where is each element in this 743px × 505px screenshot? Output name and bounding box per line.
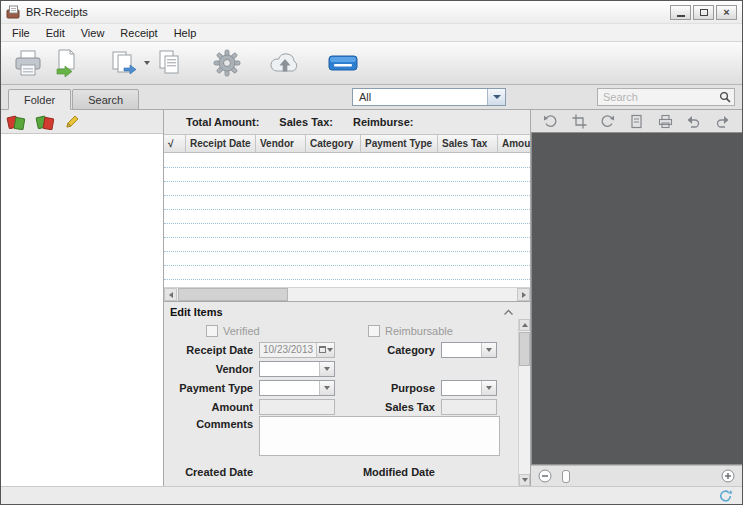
sales-tax-field-label: Sales Tax [335, 401, 438, 413]
vendor-dropdown[interactable] [259, 361, 335, 377]
category-dropdown[interactable] [441, 342, 497, 358]
copy-receipt-button[interactable] [150, 45, 188, 81]
fit-page-button[interactable] [629, 114, 644, 129]
column-header-category[interactable]: Category [306, 135, 361, 152]
column-header-vendor[interactable]: Vendor [256, 135, 306, 152]
comments-label: Comments [164, 416, 256, 430]
titlebar: BR-Receipts × [1, 1, 742, 24]
minimize-button[interactable] [670, 5, 691, 20]
table-row [164, 182, 530, 196]
sync-button[interactable] [718, 489, 733, 503]
cloud-upload-button[interactable] [266, 45, 304, 81]
payment-type-dropdown-button[interactable] [319, 381, 334, 395]
folder-tree[interactable] [1, 133, 163, 486]
form-row: Receipt Date 10/23/2013 Category [164, 340, 530, 359]
menu-receipt[interactable]: Receipt [112, 26, 165, 40]
settings-button[interactable] [208, 45, 246, 81]
folder-red-icon [6, 114, 26, 130]
rotate-right-button[interactable] [600, 114, 615, 129]
scroll-right-button[interactable] [517, 288, 530, 301]
date-picker-button[interactable] [316, 343, 334, 357]
vendor-label: Vendor [164, 363, 256, 375]
main-toolbar [1, 42, 742, 85]
zoom-in-button[interactable] [721, 469, 735, 483]
verified-group: Verified [206, 325, 368, 337]
chevron-down-icon [486, 348, 492, 352]
app-icon [6, 5, 21, 19]
print-receipt-button[interactable] [9, 45, 47, 81]
crop-button[interactable] [572, 114, 587, 129]
collapse-panel-button[interactable] [503, 308, 514, 316]
horizontal-scrollbar[interactable] [164, 287, 530, 301]
scrollbar-track[interactable] [288, 288, 517, 301]
edit-items-titlebar: Edit Items [164, 302, 530, 320]
column-header-payment-type[interactable]: Payment Type [361, 135, 438, 152]
import-receipt-button[interactable] [47, 45, 85, 81]
column-header-sales-tax[interactable]: Sales Tax [438, 135, 498, 152]
folder-red-button[interactable] [6, 114, 26, 130]
payment-type-dropdown[interactable] [259, 380, 335, 396]
category-dropdown-button[interactable] [481, 343, 496, 357]
menu-view[interactable]: View [73, 26, 113, 40]
receipts-panel: Total Amount: Sales Tax: Reimburse: √ Re… [164, 110, 531, 486]
vertical-scrollbar[interactable] [518, 319, 530, 486]
vendor-dropdown-button[interactable] [319, 362, 334, 376]
tab-folder[interactable]: Folder [8, 89, 71, 110]
sales-tax-field[interactable] [441, 399, 497, 415]
scrollbar-thumb[interactable] [178, 288, 288, 301]
tab-search[interactable]: Search [72, 89, 139, 110]
close-button[interactable]: × [716, 5, 737, 20]
rotate-left-button[interactable] [543, 114, 558, 129]
undo-button[interactable] [686, 114, 701, 129]
search-icon[interactable] [716, 91, 734, 103]
payment-type-label: Payment Type [164, 382, 256, 394]
export-receipt-icon [108, 48, 140, 78]
maximize-button[interactable] [693, 5, 714, 20]
verified-checkbox[interactable] [206, 325, 218, 337]
app-window: BR-Receipts × File Edit View Receipt Hel… [0, 0, 743, 505]
menu-file[interactable]: File [4, 26, 38, 40]
scroll-left-button[interactable] [164, 288, 177, 301]
table-row [164, 210, 530, 224]
redo-button[interactable] [715, 114, 730, 129]
preview-toolbar [531, 110, 742, 132]
scroll-up-button[interactable] [519, 319, 530, 331]
chevron-down-icon [493, 95, 501, 99]
export-receipt-button[interactable] [105, 45, 143, 81]
column-header-checked[interactable]: √ [164, 135, 186, 152]
form-row: Amount Sales Tax [164, 397, 530, 416]
scroll-down-button[interactable] [519, 474, 530, 486]
search-input[interactable] [598, 91, 716, 103]
purpose-dropdown-button[interactable] [481, 381, 496, 395]
zoom-slider-handle[interactable] [562, 470, 570, 483]
receipt-date-field[interactable]: 10/23/2013 [259, 342, 335, 358]
scrollbar-track[interactable] [519, 366, 530, 474]
column-header-receipt-date[interactable]: Receipt Date [186, 135, 256, 152]
edit-items-title: Edit Items [170, 306, 223, 318]
scope-dropdown-value: All [353, 91, 487, 103]
status-bar [1, 486, 742, 504]
folder-green-button[interactable] [35, 114, 55, 130]
column-header-amount[interactable]: Amount [498, 135, 530, 152]
preview-canvas[interactable] [531, 132, 742, 465]
minimize-icon [677, 15, 685, 17]
edit-pencil-button[interactable] [64, 114, 80, 130]
reimbursable-checkbox[interactable] [368, 325, 380, 337]
comments-field[interactable] [259, 416, 500, 456]
menu-edit[interactable]: Edit [38, 26, 73, 40]
summary-row: Total Amount: Sales Tax: Reimburse: [164, 110, 530, 134]
scrollbar-thumb[interactable] [519, 332, 530, 366]
copy-receipt-icon [153, 48, 185, 78]
window-title: BR-Receipts [26, 6, 88, 18]
scope-dropdown[interactable]: All [352, 88, 506, 106]
purpose-label: Purpose [335, 382, 438, 394]
left-tabs: Folder Search [8, 89, 140, 110]
scope-dropdown-button[interactable] [487, 89, 505, 105]
menu-help[interactable]: Help [166, 26, 205, 40]
amount-field[interactable] [259, 399, 335, 415]
zoom-out-button[interactable] [538, 469, 552, 483]
purpose-dropdown[interactable] [441, 380, 497, 396]
print-button[interactable] [658, 114, 673, 129]
receipts-table-body[interactable] [164, 153, 530, 287]
scanner-button[interactable] [324, 45, 362, 81]
